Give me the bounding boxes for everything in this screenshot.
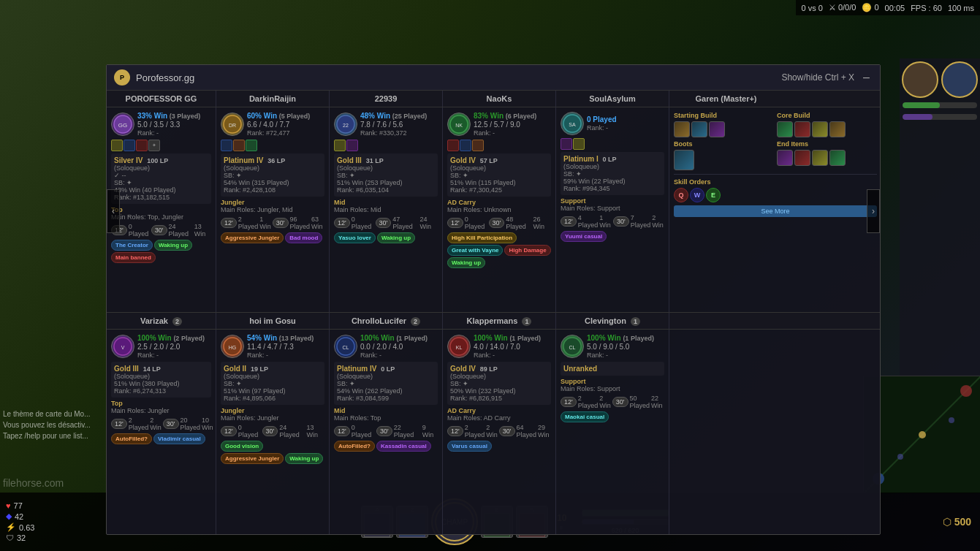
rank-text-1: Rank: #72,477 (247, 129, 310, 137)
starting-build-section: Starting Build (674, 112, 774, 137)
svg-text:V: V (121, 345, 125, 350)
rank-section-c: Platinum IV 0 LP (Soloqueue) SB: ✦ 54% W… (334, 362, 438, 405)
rank-symbol-0: SB: ✦ (114, 179, 208, 186)
column-chrolo: CL 100% Win (1 Played) 0.0 / 2.0 / 4.0 R… (330, 330, 443, 534)
player-columns-row2: V 100% Win (2 Played) 2.5 / 2.0 / 2.0 Ra… (107, 330, 880, 534)
tag-1-0[interactable]: Aggressive Jungler (221, 232, 284, 243)
champion-avatar-4: SA (561, 112, 584, 135)
col-header-1: DarkinRaijin (216, 91, 330, 107)
row2-col-header-0: Varizak 2 (107, 313, 216, 329)
champion-row: GG 33% Win (3 Played) 5.0 / 3.5 / 3.3 Ra… (111, 112, 211, 137)
champion-avatar-1: DR (221, 113, 244, 136)
rank-section-4: Platinum I 0 LP (Soloqueue) SB: ✦ 59% Wi… (561, 152, 664, 195)
column-soulasylum: SA 0 Played Rank: - Platinum I 0 LP (Sol… (556, 107, 669, 312)
armor-icon: 🛡 (6, 533, 14, 542)
rank-section-3: Gold IV 57 LP (Soloqueue) SB: ✦ 51% Win … (447, 153, 551, 197)
svg-text:CL: CL (343, 345, 349, 350)
svg-text:DR: DR (229, 123, 236, 128)
tag-0-1[interactable]: Waking up (154, 240, 192, 251)
kda-2: 7.8 / 7.6 / 5.6 (360, 121, 427, 129)
champion-row-k: KL 100% Win (1 Played) 4.0 / 14.0 / 7.0 … (447, 334, 551, 359)
champion-row-v: V 100% Win (2 Played) 2.5 / 2.0 / 2.0 Ra… (111, 334, 211, 359)
stat2-played-0: 24 Played (169, 223, 193, 238)
tag-2-0[interactable]: Yasuo lover (334, 232, 376, 243)
hp-icon: ♥ (6, 501, 11, 510)
rank-section-h: Gold II 19 LP (Soloqueue) SB: ✦ 51% Win … (221, 362, 324, 405)
tag-2-1[interactable]: Waking up (377, 232, 415, 243)
core-item-2 (794, 121, 810, 137)
player-kda-2: 48% Win (25 Played) 7.8 / 7.6 / 5.6 Rank… (360, 112, 427, 137)
score-fill-1 (903, 102, 940, 108)
row2-col-header-4: Clevington 1 (556, 313, 669, 329)
champion-row-c: CL 100% Win (1 Played) 0.0 / 2.0 / 4.0 R… (334, 334, 438, 359)
column-porofessor: GG 33% Win (3 Played) 5.0 / 3.5 / 3.3 Ra… (107, 107, 216, 312)
kda-0: 5.0 / 3.5 / 3.3 (137, 121, 200, 129)
hud-hp-stat: ♥ 77 (6, 501, 96, 510)
champion-row-4: SA 0 Played Rank: - (561, 112, 664, 135)
row2-col-header-3: Klappermans 1 (443, 313, 556, 329)
tag-1-1[interactable]: Bad mood (285, 232, 322, 243)
starting-item-1 (674, 121, 690, 137)
role-detail-0: Main Roles: Top, Jungler (111, 213, 211, 221)
tags-2: Yasuo lover Waking up (334, 232, 438, 243)
champion-avatar-2: 22 (334, 113, 357, 136)
rank-text-2: Rank: #330,372 (360, 129, 427, 137)
close-button[interactable]: – (860, 71, 873, 84)
items-row-0: ✦ (111, 140, 211, 151)
app-logo: P (114, 69, 130, 86)
player-kda-cl: 100% Win (1 Played) 5.0 / 9.0 / 5.0 Rank… (587, 334, 654, 359)
tag-0-0[interactable]: The Creator (111, 240, 153, 251)
item-3a (447, 140, 459, 151)
rank-tier-3: Gold IV 57 LP (450, 156, 548, 164)
rank-tier-2: Gold III 31 LP (337, 156, 435, 164)
end-item-2 (794, 150, 810, 166)
skill-w: W (690, 188, 704, 202)
tag-4-0[interactable]: Yuumi casual (561, 231, 607, 242)
gold-display-hud: ⬡ 500 (934, 516, 980, 528)
svg-text:SA: SA (569, 122, 576, 127)
boots-section: Boots (674, 140, 774, 170)
stats-row-cl: 12' 2 Played 2 Win 30' 50 Played 22 Win (561, 395, 664, 409)
see-more-button[interactable]: See More (674, 205, 877, 217)
fps-display: FPS : 60 (911, 4, 942, 12)
item-extra: ✦ (148, 140, 160, 151)
role-v: Top Main Roles: Jungler (111, 400, 211, 414)
champion-row-cl: CL 100% Win (1 Played) 5.0 / 9.0 / 5.0 R… (561, 334, 664, 359)
col-header-3: NaoKs (443, 91, 556, 107)
nav-left-arrow[interactable]: ‹ (107, 189, 120, 233)
starting-build-title: Starting Build (674, 112, 774, 119)
stats-row-c: 12' 0 Played 30' 22 Played 9 Win (334, 424, 438, 438)
svg-point-23 (960, 385, 972, 397)
rank-text-3: Rank: - (474, 129, 536, 137)
tag-3-3[interactable]: Waking up (447, 257, 485, 268)
player-kda-v: 100% Win (2 Played) 2.5 / 2.0 / 2.0 Rank… (137, 334, 205, 359)
champion-avatar-k: KL (447, 335, 471, 358)
core-item-1 (777, 121, 793, 137)
champion-row-h: HG 54% Win (13 Played) 11.4 / 4.7 / 7.3 … (221, 334, 324, 359)
end-items (777, 150, 877, 166)
win-rate-1: 60% Win (5 Played) (247, 112, 310, 120)
kda-1: 6.6 / 4.0 / 7.7 (247, 121, 310, 129)
panel-shortcut: Show/hide Ctrl + X (781, 72, 854, 83)
col-header-5: Garen (Master+) (669, 91, 783, 107)
rank-section-cl: Unranked (561, 362, 664, 376)
col-header-4: SoulAsylum (556, 91, 669, 107)
champion-avatar-v: V (111, 335, 134, 358)
tag-3-0[interactable]: High Kill Participation (447, 232, 517, 243)
stats-row-1: 12' 2 Played 1 Win 30' 96 Played 63 Win (221, 216, 324, 230)
top-hud: 0 vs 0 ⚔ 0/0/0 🪙 0 00:05 FPS : 60 100 ms (796, 0, 980, 15)
col-header-0: POROFESSOR GG (107, 91, 216, 107)
champion-avatar-h: HG (221, 335, 244, 358)
tags-0: The Creator Waking up Main banned (111, 240, 211, 263)
tag-3-1[interactable]: Great with Vayne (447, 245, 503, 256)
role-4: Support Main Roles: Support (561, 197, 664, 212)
skill-orders-title: Skill Orders (674, 178, 877, 186)
tag-0-2[interactable]: Main banned (111, 252, 156, 263)
rank-text-4: Rank: - (587, 124, 617, 132)
column-naoks: NK 83% Win (6 Played) 12.5 / 5.7 / 9.0 R… (443, 107, 556, 312)
row2-col-header-1: hoi im Gosu (216, 313, 330, 329)
ratio-icon: ⚡ (6, 522, 16, 532)
nav-right-arrow[interactable]: › (867, 189, 880, 233)
column-22939: 22 48% Win (25 Played) 7.8 / 7.6 / 5.6 R… (330, 107, 443, 312)
tag-3-2[interactable]: High Damage (504, 245, 550, 256)
